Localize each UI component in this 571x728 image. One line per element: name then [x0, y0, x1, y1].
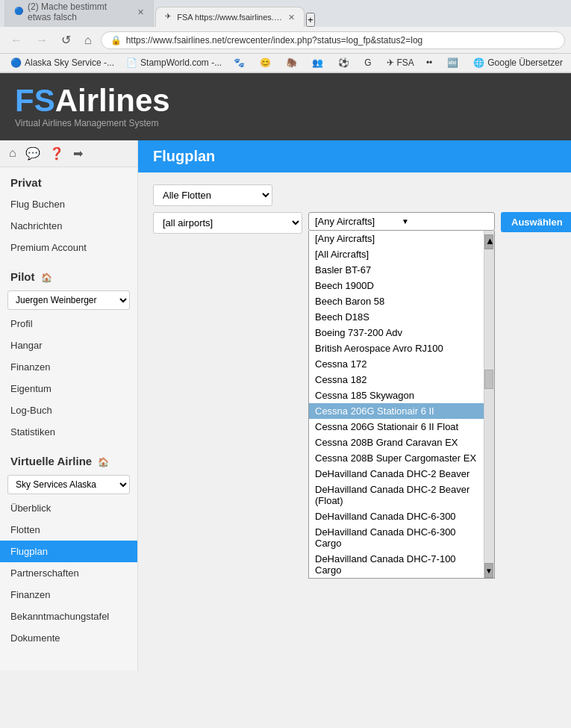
bookmark-7[interactable]: ⚽ — [334, 56, 357, 69]
site-header: FSAirlines Virtual Airlines Management S… — [0, 73, 571, 140]
sidebar-section-virtual-airline: Virtuelle Airline 🏠 Sky Services Alaska … — [0, 446, 137, 649]
url-text: https://www.fsairlines.net/crewcenter/in… — [126, 35, 555, 46]
aircraft-option-beechd18s[interactable]: Beech D18S — [309, 309, 484, 325]
aircraft-option-c206g-float[interactable]: Cessna 206G Stationair 6 II Float — [309, 419, 484, 435]
bookmark-fsa[interactable]: ✈ FSA — [382, 56, 419, 69]
airline-dropdown[interactable]: Sky Services Alaska — [7, 475, 130, 494]
fleet-select[interactable]: Alle Flotten — [153, 184, 272, 206]
scrollbar-thumb-up: ▲ — [484, 234, 493, 249]
aircraft-option-dhc7-100-cargo[interactable]: DeHavilland Canada DHC-7-100 Cargo — [309, 551, 484, 578]
bookmark-label-fsa: FSA — [397, 57, 414, 68]
bookmark-icon-google-translate: 🌐 — [473, 57, 484, 68]
refresh-button[interactable]: ↺ — [57, 31, 75, 49]
aircraft-option-c172[interactable]: Cessna 172 — [309, 356, 484, 372]
pilot-select[interactable]: Juergen Weinberger — [7, 290, 130, 310]
aircraft-dropdown-container: [Any Aircrafts] ▼ [Any Aircrafts] [All A… — [308, 212, 495, 231]
sidebar-item-flotten[interactable]: Flotten — [0, 519, 137, 541]
sidebar-item-profil[interactable]: Profil — [0, 313, 137, 335]
bookmark-label-stampworld: StampWorld.com -... — [140, 57, 222, 68]
bookmark-label-alaska: Alaska Sky Service -... — [25, 57, 114, 68]
sidebar-item-premium[interactable]: Premium Account — [0, 237, 137, 258]
aircraft-options-wrapper: [Any Aircrafts] [All Aircrafts] Basler B… — [309, 231, 484, 578]
bookmark-stampworld[interactable]: 📄 StampWorld.com -... — [122, 56, 226, 69]
aircraft-option-c185[interactable]: Cessna 185 Skywagon — [309, 388, 484, 403]
aircraft-option-boeing737[interactable]: Boeing 737-200 Adv — [309, 325, 484, 340]
bookmark-4[interactable]: 😊 — [255, 56, 278, 69]
bookmark-label-google-translate: Google Übersetzer — [487, 57, 563, 68]
aircraft-option-beech1900[interactable]: Beech 1900D — [309, 278, 484, 293]
address-bar[interactable]: 🔒 https://www.fsairlines.net/crewcenter/… — [101, 31, 565, 49]
bookmark-google[interactable]: G — [360, 56, 378, 69]
pilot-dropdown[interactable]: Juergen Weinberger — [7, 290, 130, 310]
airline-select[interactable]: Sky Services Alaska — [7, 475, 130, 494]
bookmark-alaska[interactable]: 🔵 Alaska Sky Service -... — [6, 56, 119, 69]
sidebar-item-bekanntmachungstafel[interactable]: Bekanntmachungstafel — [0, 606, 137, 627]
aircraft-option-dhc6-300-cargo[interactable]: DeHavilland Canada DHC-6-300 Cargo — [309, 524, 484, 551]
sidebar-item-uberblick[interactable]: Überblick — [0, 497, 137, 519]
logo-airlines: Airlines — [55, 83, 170, 118]
sidebar-chat-icon[interactable]: 💬 — [25, 146, 40, 161]
virtual-airline-home-icon: 🏠 — [98, 457, 109, 467]
filter-row-1: Alle Flotten — [153, 184, 571, 206]
sidebar-item-statistiken[interactable]: Statistiken — [0, 421, 137, 443]
tab-favicon-1: 🔵 — [14, 7, 23, 17]
bookmark-icon-5: 🦣 — [286, 57, 297, 68]
sidebar-item-log-buch[interactable]: Log-Buch — [0, 399, 137, 421]
sidebar-item-eigentum[interactable]: Eigentum — [0, 378, 137, 399]
back-button[interactable]: ← — [6, 31, 27, 49]
bookmark-10[interactable]: •• — [422, 56, 440, 69]
sidebar-item-hangar[interactable]: Hangar — [0, 335, 137, 356]
bookmark-icon-4: 😊 — [260, 57, 271, 68]
airport-select[interactable]: [all airports] — [153, 212, 302, 234]
home-button[interactable]: ⌂ — [80, 31, 96, 49]
tab-close-1[interactable]: ✕ — [137, 7, 144, 17]
new-tab-button[interactable]: + — [306, 13, 315, 27]
tab-title-1: (2) Mache bestimmt etwas falsch — [28, 1, 131, 22]
aircraft-option-c182[interactable]: Cessna 182 — [309, 372, 484, 388]
sidebar-item-finanzen-pilot[interactable]: Finanzen — [0, 356, 137, 378]
bookmark-icon-stampworld: 📄 — [126, 57, 137, 68]
tab-close-2[interactable]: ✕ — [288, 13, 295, 22]
nav-bar: ← → ↺ ⌂ 🔒 https://www.fsairlines.net/cre… — [0, 27, 571, 54]
bookmark-5[interactable]: 🦣 — [281, 56, 305, 69]
tab-title-2: FSA https://www.fsairlines.net/crewce... — [177, 13, 282, 22]
sidebar-item-dokumente[interactable]: Dokumente — [0, 627, 137, 649]
lock-icon: 🔒 — [110, 35, 122, 46]
aircraft-option-bae-avro[interactable]: British Aerospace Avro RJ100 — [309, 340, 484, 356]
tab-2[interactable]: ✈ FSA https://www.fsairlines.net/crewce.… — [155, 7, 305, 27]
sidebar-item-finanzen-airline[interactable]: Finanzen — [0, 584, 137, 606]
aircraft-option-c208b[interactable]: Cessna 208B Grand Caravan EX — [309, 435, 484, 450]
aircraft-option-any[interactable]: [Any Aircrafts] — [309, 231, 484, 246]
sidebar-home-icon[interactable]: ⌂ — [9, 146, 16, 161]
sidebar-title-privat: Privat — [0, 167, 137, 193]
sidebar-item-nachrichten[interactable]: Nachrichten — [0, 215, 137, 237]
dropdown-scrollbar[interactable]: ▲ ▼ — [484, 231, 494, 578]
bookmark-google-translate[interactable]: 🌐 Google Übersetzer — [469, 56, 567, 69]
auswahlen-button[interactable]: Auswählen — [501, 212, 571, 232]
sidebar-item-flug-buchen[interactable]: Flug Buchen — [0, 193, 137, 215]
sidebar-item-flugplan[interactable]: Flugplan — [0, 541, 137, 562]
aircraft-trigger[interactable]: [Any Aircrafts] ▼ — [308, 212, 495, 231]
forward-button[interactable]: → — [31, 31, 52, 49]
filter-row-2: [all airports] [Any Aircrafts] ▼ — [153, 212, 571, 234]
aircraft-option-beechbaron[interactable]: Beech Baron 58 — [309, 293, 484, 309]
aircraft-option-c208b-cargo[interactable]: Cessna 208B Super Cargomaster EX — [309, 450, 484, 466]
aircraft-option-c206g[interactable]: Cessna 206G Stationair 6 II — [309, 403, 484, 419]
scrollbar-thumb[interactable] — [484, 370, 493, 389]
bookmark-3[interactable]: 🐾 — [229, 56, 252, 69]
aircraft-trigger-arrow: ▼ — [402, 217, 488, 225]
bookmark-icon-7: ⚽ — [338, 57, 349, 68]
bookmark-facebook[interactable]: 👥 — [308, 56, 331, 69]
sidebar-item-partnerschaften[interactable]: Partnerschaften — [0, 562, 137, 584]
bookmark-translate-icon[interactable]: 🔤 — [443, 56, 466, 69]
sidebar-help-icon[interactable]: ❓ — [49, 146, 64, 161]
aircraft-option-all[interactable]: [All Aircrafts] — [309, 246, 484, 262]
tab-1[interactable]: 🔵 (2) Mache bestimmt etwas falsch ✕ — [4, 0, 154, 27]
aircraft-option-basler[interactable]: Basler BT-67 — [309, 262, 484, 278]
sidebar-arrow-icon[interactable]: ➡ — [73, 146, 83, 161]
bookmark-icon-alaska: 🔵 — [10, 57, 22, 68]
aircraft-option-dhc6-300[interactable]: DeHavilland Canada DHC-6-300 — [309, 508, 484, 524]
aircraft-option-dhc2-float[interactable]: DeHavilland Canada DHC-2 Beaver (Float) — [309, 482, 484, 508]
aircraft-option-dhc2[interactable]: DeHavilland Canada DHC-2 Beaver — [309, 466, 484, 482]
site-logo: FSAirlines — [15, 85, 170, 116]
